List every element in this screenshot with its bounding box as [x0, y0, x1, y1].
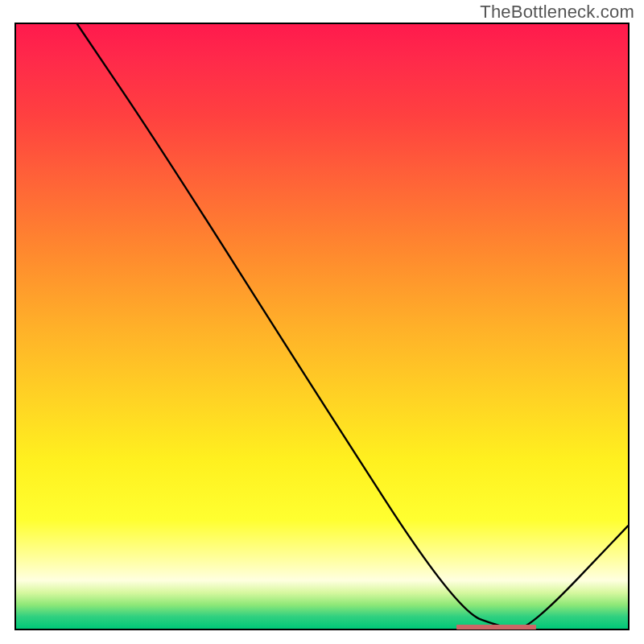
watermark-text: TheBottleneck.com: [480, 2, 634, 23]
plot-area: [14, 23, 630, 630]
optimum-range-marker: [456, 625, 536, 630]
chart-container: TheBottleneck.com: [0, 0, 644, 644]
bottleneck-curve: [16, 24, 628, 629]
